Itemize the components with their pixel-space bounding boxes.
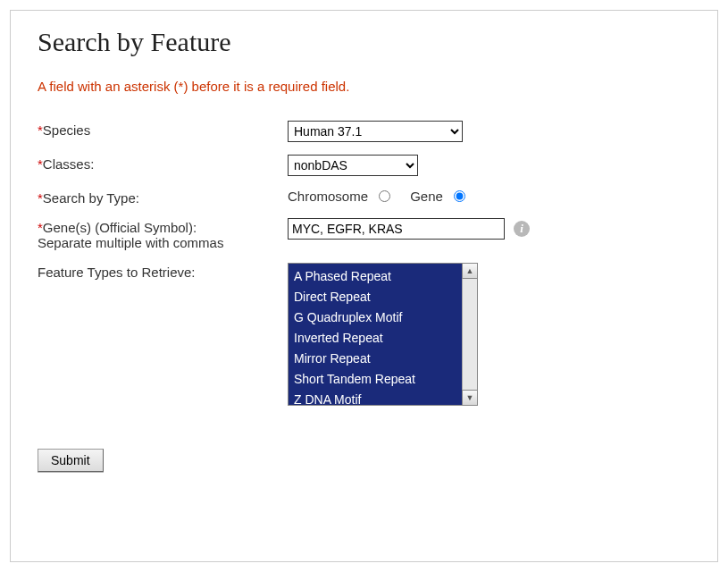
- classes-label: Classes:: [43, 156, 95, 172]
- species-select[interactable]: Human 37.1: [288, 121, 463, 142]
- list-item[interactable]: A Phased Repeat: [294, 267, 472, 285]
- radio-gene[interactable]: [454, 190, 465, 202]
- page-title: Search by Feature: [38, 27, 690, 57]
- feature-types-multiselect[interactable]: A Phased Repeat Direct Repeat G Quadrupl…: [288, 263, 478, 406]
- classes-select[interactable]: nonbDAS: [288, 155, 418, 176]
- list-item[interactable]: Short Tandem Repeat: [294, 370, 472, 388]
- search-type-label-col: *Search by Type:: [38, 189, 288, 206]
- scroll-track[interactable]: [462, 279, 478, 390]
- submit-button[interactable]: Submit: [38, 449, 104, 472]
- genes-input[interactable]: [288, 218, 505, 240]
- row-species: *Species Human 37.1: [38, 121, 690, 142]
- genes-label-col: *Gene(s) (Official Symbol): Separate mul…: [38, 218, 288, 250]
- radio-chromosome[interactable]: [379, 190, 390, 202]
- species-label-col: *Species: [38, 121, 288, 138]
- genes-label: Gene(s) (Official Symbol):: [43, 220, 197, 235]
- row-genes: *Gene(s) (Official Symbol): Separate mul…: [38, 218, 690, 250]
- search-type-label: Search by Type:: [43, 190, 139, 206]
- search-type-radio-group: Chromosome Gene: [288, 189, 690, 204]
- list-item[interactable]: G Quadruplex Motif: [294, 308, 472, 326]
- row-classes: *Classes: nonbDAS: [38, 155, 690, 176]
- list-item[interactable]: Inverted Repeat: [294, 329, 472, 347]
- scroll-down-icon[interactable]: ▼: [462, 390, 478, 406]
- row-search-type: *Search by Type: Chromosome Gene: [38, 189, 690, 206]
- feature-types-label-col: Feature Types to Retrieve:: [38, 263, 288, 280]
- genes-sublabel: Separate multiple with commas: [38, 235, 288, 250]
- classes-label-col: *Classes:: [38, 155, 288, 172]
- scroll-up-icon[interactable]: ▲: [462, 263, 478, 279]
- feature-types-label: Feature Types to Retrieve:: [38, 265, 195, 280]
- radio-label-gene: Gene: [410, 189, 443, 204]
- list-item[interactable]: Mirror Repeat: [294, 349, 472, 367]
- list-item[interactable]: Z DNA Motif: [294, 391, 472, 406]
- row-feature-types: Feature Types to Retrieve: A Phased Repe…: [38, 263, 690, 406]
- list-item[interactable]: Direct Repeat: [294, 288, 472, 306]
- info-icon[interactable]: i: [514, 221, 530, 237]
- feature-types-multiselect-wrapper: A Phased Repeat Direct Repeat G Quadrupl…: [288, 263, 478, 406]
- form-container: Search by Feature A field with an asteri…: [10, 10, 718, 562]
- species-label: Species: [43, 122, 90, 138]
- radio-label-chromosome: Chromosome: [288, 189, 368, 204]
- required-note: A field with an asterisk (*) before it i…: [38, 79, 690, 94]
